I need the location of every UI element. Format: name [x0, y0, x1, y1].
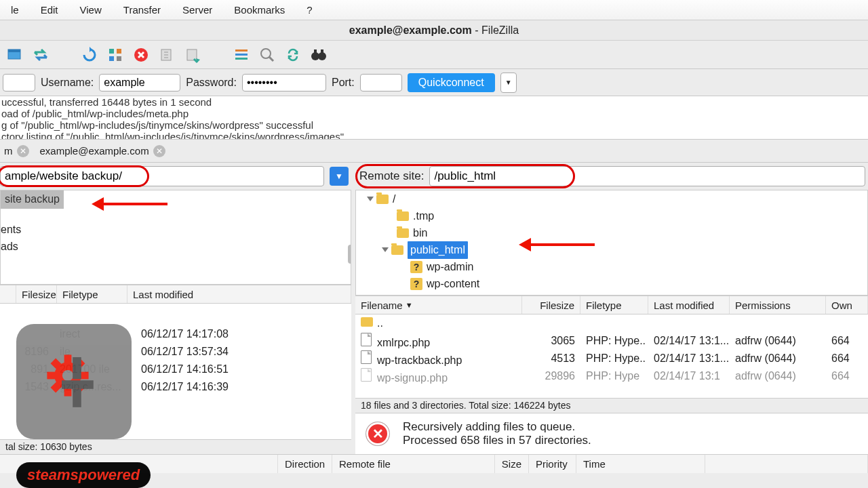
tree-root[interactable]: /: [393, 191, 395, 207]
tree-item[interactable]: bin: [413, 225, 427, 241]
port-input[interactable]: [360, 74, 402, 92]
annotation-arrow: [102, 203, 167, 205]
menu-view[interactable]: View: [69, 1, 113, 18]
tree-item[interactable]: wp-admin: [427, 259, 473, 275]
binoculars-icon[interactable]: [309, 45, 328, 64]
svg-rect-8: [187, 49, 197, 60]
password-label: Password:: [186, 77, 237, 89]
list-item[interactable]: 891201700 ile06/12/17 14:16:51: [0, 361, 351, 378]
col-filetype[interactable]: Filetype: [57, 285, 127, 303]
search-icon[interactable]: [258, 45, 277, 64]
refresh-icon[interactable]: [80, 45, 99, 64]
local-path-input[interactable]: [0, 166, 324, 186]
splitter-handle[interactable]: [348, 245, 351, 264]
svg-rect-4: [109, 56, 114, 61]
menu-server[interactable]: Server: [172, 1, 223, 18]
tree-item[interactable]: ads: [1, 238, 351, 255]
tree-item[interactable]: wp-includes: [427, 293, 484, 296]
quickconnect-button[interactable]: Quickconnect: [408, 73, 495, 92]
transfer-toggle-icon[interactable]: [31, 45, 50, 64]
reconnect-icon[interactable]: [183, 45, 202, 64]
tree-item[interactable]: ents: [1, 221, 351, 238]
list-item[interactable]: wp-trackback.php4513PHP: Hype..02/14/17 …: [355, 350, 868, 367]
svg-rect-15: [314, 49, 317, 54]
remote-list-header: Filename▼ Filesize Filetype Last modifie…: [355, 296, 868, 314]
message-log[interactable]: uccessful, transferred 16448 bytes in 1 …: [0, 96, 868, 140]
col-owner[interactable]: Own: [826, 296, 868, 314]
list-item[interactable]: xmlrpc.php3065PHP: Hype..02/14/17 13:1..…: [355, 332, 868, 350]
remote-tree[interactable]: / .tmp bin public_html ?wp-admin ?wp-con…: [355, 190, 868, 296]
list-item[interactable]: wp-signup.php29896PHP: Hype02/14/17 13:1…: [355, 367, 868, 385]
quickconnect-dropdown[interactable]: ▼: [500, 73, 517, 93]
queue-msg-line: Recursively adding files to queue.: [403, 420, 591, 434]
tab-1[interactable]: m✕: [0, 142, 36, 160]
quickconnect-bar: Username: Password: Port: Quickconnect ▼: [0, 69, 868, 96]
connection-tabs: m✕ example@example.com✕: [0, 140, 868, 163]
list-item[interactable]: 8196ile06/12/17 13:57:34: [0, 343, 351, 361]
local-path-dropdown[interactable]: ▼: [330, 167, 349, 186]
username-label: Username:: [41, 77, 94, 89]
menu-transfer[interactable]: Transfer: [113, 1, 172, 18]
remote-file-list[interactable]: .. xmlrpc.php3065PHP: Hype..02/14/17 13:…: [355, 314, 868, 398]
menu-edit[interactable]: Edit: [30, 1, 69, 18]
log-line: ctory listing of "/public_html/wp-includ…: [1, 131, 867, 140]
local-list-header: Filesize Filetype Last modified: [0, 285, 351, 304]
col-lastmod[interactable]: Last modified: [127, 285, 351, 303]
local-pane: ▼ site backup ents ads Filesize Filetype…: [0, 163, 355, 454]
transfer-queue-header: Direction Remote file Size Priority Time: [0, 454, 868, 473]
cancel-queue-icon[interactable]: ✕: [366, 422, 389, 445]
col-remote-file[interactable]: Remote file: [332, 455, 495, 473]
col-filename[interactable]: Filename▼: [355, 296, 522, 314]
queue-progress: ✕ Recursively adding files to queue. Pro…: [355, 413, 868, 454]
col-lastmod[interactable]: Last modified: [648, 296, 730, 314]
col-filetype[interactable]: Filetype: [580, 296, 648, 314]
svg-rect-9: [235, 49, 248, 52]
remote-pane: Remote site: / .tmp bin public_html ?wp-…: [355, 163, 868, 454]
tree-item[interactable]: .tmp: [413, 208, 434, 224]
log-line: g of "/public_html/wp-includes/js/tinymc…: [1, 119, 867, 131]
svg-point-12: [261, 49, 271, 58]
close-icon[interactable]: ✕: [153, 145, 165, 157]
menu-help[interactable]: ?: [296, 1, 323, 18]
menu-bar[interactable]: le Edit View Transfer Server Bookmarks ?: [0, 0, 868, 20]
col-permissions[interactable]: Permissions: [730, 296, 826, 314]
filelist-icon[interactable]: [232, 45, 251, 64]
cancel-icon[interactable]: [132, 45, 151, 64]
log-line: uccessful, transferred 16448 bytes in 1 …: [1, 96, 867, 108]
col-filesize[interactable]: Filesize: [522, 296, 580, 314]
list-item[interactable]: irect06/12/17 14:17:08: [0, 325, 351, 343]
svg-rect-2: [109, 49, 114, 54]
remote-site-label: Remote site:: [355, 169, 424, 183]
svg-rect-10: [235, 54, 248, 56]
annotation-arrow: [530, 243, 595, 246]
col-size[interactable]: Size: [495, 455, 529, 473]
list-item[interactable]: 1543gzip c...res...06/12/17 14:16:39: [0, 378, 351, 396]
local-file-list[interactable]: irect06/12/17 14:17:08 8196ile06/12/17 1…: [0, 304, 351, 439]
password-input[interactable]: [242, 74, 326, 92]
tree-item-selected[interactable]: site backup: [1, 190, 64, 209]
disconnect-icon[interactable]: [157, 45, 176, 64]
svg-rect-11: [235, 58, 248, 60]
tab-2[interactable]: example@example.com✕: [36, 142, 172, 160]
svg-rect-1: [8, 49, 20, 52]
host-input[interactable]: [3, 74, 35, 92]
close-icon[interactable]: ✕: [17, 145, 29, 157]
col-filesize[interactable]: Filesize: [16, 285, 57, 303]
window-title: example@example.com - FileZilla: [0, 20, 868, 41]
tree-item-selected[interactable]: public_html: [408, 241, 468, 259]
remote-path-input[interactable]: [429, 166, 865, 186]
col-priority[interactable]: Priority: [529, 455, 576, 473]
tree-item[interactable]: wp-content: [427, 276, 479, 292]
local-tree[interactable]: site backup ents ads: [0, 190, 351, 285]
port-label: Port:: [332, 77, 355, 89]
username-input[interactable]: [99, 74, 180, 92]
sitemgr-icon[interactable]: [5, 45, 24, 64]
log-line: oad of /public_html/wp-includes/meta.php: [1, 108, 867, 119]
menu-bookmarks[interactable]: Bookmarks: [223, 1, 296, 18]
col-direction[interactable]: Direction: [278, 455, 332, 473]
col-time[interactable]: Time: [576, 455, 705, 473]
sync-icon[interactable]: [283, 45, 302, 64]
list-item-parent[interactable]: ..: [355, 314, 868, 332]
menu-file[interactable]: le: [0, 1, 30, 18]
process-queue-icon[interactable]: [106, 45, 125, 64]
